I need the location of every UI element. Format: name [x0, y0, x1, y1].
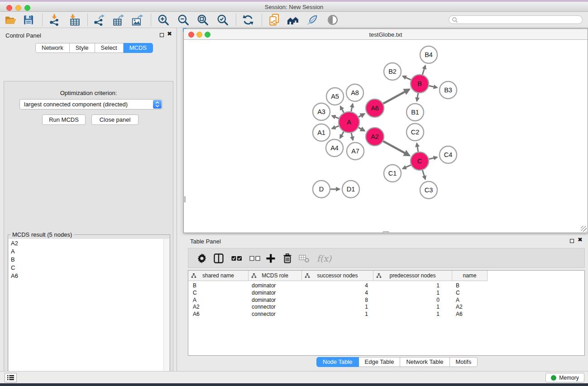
- cell-predecessor-nodes: 1: [373, 282, 440, 289]
- settings-gear-icon[interactable]: [195, 252, 209, 265]
- result-list-item[interactable]: B: [9, 255, 169, 263]
- style-painter-icon[interactable]: [305, 13, 320, 27]
- deselect-all-icon[interactable]: [248, 252, 262, 265]
- table-close-panel-icon[interactable]: ✖: [578, 236, 583, 243]
- network-graph[interactable]: B4B2BB3A5A8A6B1A3AC2A1A2A4A7C4CC1C3DD1: [184, 40, 588, 232]
- first-neighbors-icon[interactable]: [285, 13, 301, 27]
- table-panel-tabs: Node TableEdge TableNetwork TableMotifs: [316, 357, 478, 367]
- select-all-icon[interactable]: [229, 252, 244, 265]
- delete-trash-icon[interactable]: [280, 252, 295, 265]
- edge-B-B1[interactable]: [417, 93, 418, 101]
- result-list-item[interactable]: A2: [9, 239, 169, 247]
- function-builder-icon[interactable]: f(x): [314, 252, 334, 265]
- mcds-result-list[interactable]: A2ABCA6: [9, 239, 169, 386]
- desktop-background-bottom: [0, 383, 588, 386]
- close-panel-button[interactable]: Close panel: [91, 114, 139, 125]
- result-list-item[interactable]: C: [9, 263, 169, 272]
- edge-A-A1[interactable]: [332, 126, 339, 129]
- table-row[interactable]: Bdominator41B: [188, 282, 584, 289]
- table-row[interactable]: Cdominator41C: [188, 289, 584, 296]
- duplicate-network-icon[interactable]: [267, 13, 282, 27]
- column-header-name[interactable]: name: [452, 271, 488, 281]
- zoom-selected-icon[interactable]: [215, 13, 230, 27]
- edge-B-B4[interactable]: [422, 66, 425, 75]
- edge-A-A2[interactable]: [359, 128, 364, 131]
- control-panel: Control Panel ✖ NetworkStyleSelectMCDS O…: [0, 28, 177, 371]
- tab-mcds[interactable]: MCDS: [124, 43, 153, 53]
- column-header-shared-name[interactable]: shared name: [188, 271, 249, 281]
- zoom-in-icon[interactable]: [156, 13, 171, 27]
- optimization-criterion-dropdown[interactable]: largest connected component (directed): [19, 99, 163, 110]
- edge-C-C4[interactable]: [429, 157, 437, 159]
- edge-C-C2[interactable]: [417, 143, 418, 152]
- node-label-B3: B3: [444, 86, 452, 94]
- cell-shared-name: C: [193, 290, 197, 296]
- edge-A2-C[interactable]: [383, 141, 409, 155]
- hierarchy-icon: [305, 273, 310, 278]
- zoom-out-icon[interactable]: [176, 13, 191, 27]
- edge-A-A6[interactable]: [359, 114, 364, 117]
- node-label-C3: C3: [425, 186, 433, 194]
- edge-A6-B[interactable]: [383, 89, 409, 103]
- tab-node-table[interactable]: Node Table: [316, 357, 359, 367]
- delete-table-icon[interactable]: [297, 252, 311, 265]
- node-table[interactable]: shared nameMCDS rolesuccessor nodesprede…: [188, 270, 585, 356]
- tab-edge-table[interactable]: Edge Table: [359, 357, 401, 367]
- edge-A-A8[interactable]: [351, 104, 353, 112]
- export-table-icon[interactable]: [110, 13, 126, 27]
- edge-C-C1[interactable]: [403, 165, 411, 169]
- edge-B-B3[interactable]: [429, 86, 437, 88]
- vertical-scroll-notch[interactable]: [183, 196, 186, 202]
- export-image-icon[interactable]: [129, 13, 145, 27]
- search-field[interactable]: [449, 15, 583, 24]
- tab-network-table[interactable]: Network Table: [400, 357, 449, 367]
- control-panel-tabs: NetworkStyleSelectMCDS: [35, 43, 153, 53]
- zoom-fit-icon[interactable]: [195, 13, 210, 27]
- save-session-icon[interactable]: [21, 13, 36, 27]
- export-network-icon[interactable]: [91, 13, 106, 27]
- edge-A-A3[interactable]: [332, 116, 339, 119]
- horizontal-scroll-notch[interactable]: [383, 231, 389, 234]
- result-list-item[interactable]: A6: [9, 272, 169, 280]
- edge-A-A7[interactable]: [351, 133, 353, 140]
- edge-B-B2[interactable]: [403, 76, 411, 80]
- column-header-successor-nodes[interactable]: successor nodes: [302, 271, 373, 281]
- fx-label: f(x): [317, 253, 332, 263]
- node-label-D: D: [319, 186, 324, 193]
- result-list-scrollbar[interactable]: [163, 239, 169, 386]
- edge-A-A4[interactable]: [340, 132, 344, 138]
- column-header-MCDS-role[interactable]: MCDS role: [249, 271, 302, 281]
- close-panel-icon[interactable]: ✖: [167, 30, 172, 37]
- tab-network[interactable]: Network: [35, 43, 70, 53]
- import-network-icon[interactable]: [47, 13, 62, 27]
- cell-successor-nodes: 1: [302, 311, 368, 317]
- network-canvas[interactable]: B4B2BB3A5A8A6B1A3AC2A1A2A4A7C4CC1C3DD1: [184, 40, 588, 233]
- float-panel-icon[interactable]: [160, 33, 164, 37]
- column-header-predecessor-nodes[interactable]: predecessor nodes: [373, 271, 452, 281]
- open-session-icon[interactable]: [3, 13, 18, 27]
- node-label-C: C: [417, 157, 422, 165]
- dropdown-selected-value: largest connected component (directed): [24, 101, 128, 108]
- import-table-icon[interactable]: [67, 13, 82, 27]
- show-hide-eye-icon[interactable]: [325, 13, 340, 27]
- add-icon[interactable]: [263, 252, 278, 265]
- search-input[interactable]: [458, 17, 576, 23]
- edge-C-C3[interactable]: [422, 170, 425, 179]
- node-label-A2: A2: [371, 133, 379, 140]
- table-row[interactable]: A6connector11A6: [188, 310, 584, 318]
- memory-button[interactable]: Memory: [545, 373, 584, 382]
- result-list-item[interactable]: A: [9, 247, 169, 255]
- table-float-panel-icon[interactable]: [570, 239, 574, 243]
- tab-select[interactable]: Select: [95, 43, 124, 53]
- tab-style[interactable]: Style: [70, 43, 95, 53]
- table-row[interactable]: Adominator80A: [188, 296, 584, 304]
- edge-A-A5[interactable]: [340, 106, 344, 113]
- table-row[interactable]: A2connector11A2: [188, 303, 584, 310]
- cell-shared-name: B: [193, 282, 196, 289]
- columns-icon[interactable]: [211, 252, 226, 265]
- tab-motifs[interactable]: Motifs: [450, 357, 478, 367]
- window-resize-grip[interactable]: [581, 226, 587, 232]
- refresh-icon[interactable]: [240, 13, 256, 27]
- panel-list-button[interactable]: [5, 373, 17, 382]
- run-mcds-button[interactable]: Run MCDS: [42, 114, 86, 125]
